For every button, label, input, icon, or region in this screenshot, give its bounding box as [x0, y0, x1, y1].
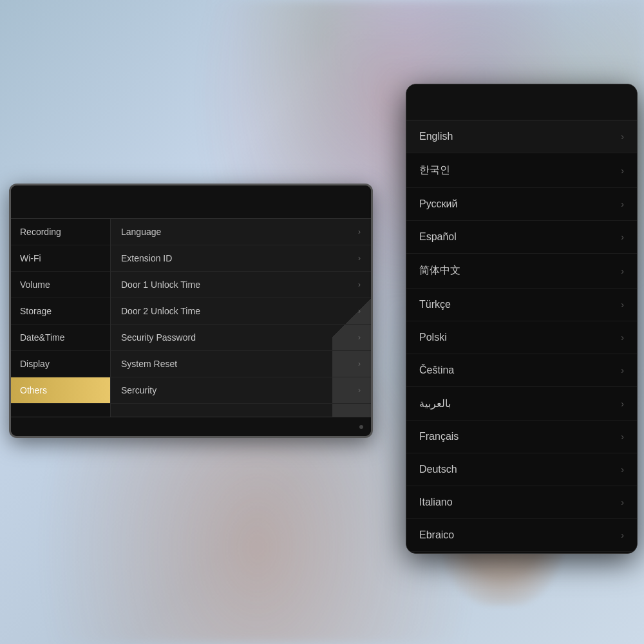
language-item-chinese[interactable]: 简体中文› — [406, 254, 637, 289]
menu-item-label-extension-id: Extension ID — [121, 253, 172, 263]
menu-item-label-sercurity: Sercurity — [121, 385, 156, 395]
chevron-icon: › — [621, 166, 624, 176]
language-label-german: Deutsch — [419, 464, 457, 475]
menu-item-label-door1-unlock: Door 1 Unlock Time — [121, 279, 200, 290]
phone-language-list: English›한국인›Русский›Español›简体中文›Türkçe›… — [406, 120, 637, 553]
sidebar-item-recording[interactable]: Recording — [11, 219, 110, 245]
chevron-icon: › — [621, 464, 624, 475]
device-header — [11, 185, 371, 219]
language-item-korean[interactable]: 한국인› — [406, 153, 637, 188]
language-label-turkish: Türkçe — [419, 299, 451, 310]
menu-item-label-door2-unlock: Door 2 Unlock Time — [121, 306, 200, 316]
chevron-icon: › — [621, 530, 624, 540]
language-item-italian[interactable]: Italiano› — [406, 486, 637, 519]
menu-item-label-system-reset: System Reset — [121, 359, 177, 369]
menu-item-language[interactable]: Language› — [111, 219, 371, 245]
chevron-icon: › — [621, 299, 624, 310]
chevron-icon: › — [621, 199, 624, 209]
chevron-icon: › — [621, 232, 624, 242]
chevron-icon: › — [358, 254, 361, 263]
chevron-icon: › — [358, 359, 361, 368]
sidebar-item-volume[interactable]: Volume — [11, 272, 110, 298]
language-item-czech[interactable]: Čeština› — [406, 354, 637, 387]
language-label-arabic: بالعربية — [419, 397, 451, 410]
language-label-spanish: Español — [419, 231, 457, 243]
language-label-french: Français — [419, 431, 459, 442]
phone-panel: English›한국인›Русский›Español›简体中文›Türkçe›… — [406, 84, 638, 554]
menu-item-label-language: Language — [121, 227, 161, 237]
language-item-arabic[interactable]: بالعربية› — [406, 387, 637, 421]
chevron-icon: › — [358, 280, 361, 289]
menu-item-security-password[interactable]: Security Password› — [111, 325, 371, 351]
language-label-italian: Italiano — [419, 497, 453, 508]
language-item-spanish[interactable]: Español› — [406, 221, 637, 254]
footer-dot — [359, 425, 363, 429]
phone-header — [406, 84, 637, 120]
language-item-russian[interactable]: Русский› — [406, 188, 637, 221]
language-item-polish[interactable]: Polski› — [406, 321, 637, 354]
chevron-icon: › — [358, 307, 361, 316]
language-item-hebrew[interactable]: Ebraico› — [406, 519, 637, 552]
menu-item-label-security-password: Security Password — [121, 332, 196, 343]
language-label-korean: 한국인 — [419, 164, 450, 177]
chevron-icon: › — [358, 333, 361, 342]
device-footer — [11, 417, 371, 436]
chevron-icon: › — [358, 227, 361, 236]
language-label-english: English — [419, 131, 453, 142]
language-label-chinese: 简体中文 — [419, 264, 460, 278]
language-item-turkish[interactable]: Türkçe› — [406, 289, 637, 321]
menu-item-door1-unlock[interactable]: Door 1 Unlock Time› — [111, 272, 371, 298]
language-item-german[interactable]: Deutsch› — [406, 453, 637, 486]
device-content: RecordingWi-FiVolumeStorageDate&TimeDisp… — [11, 219, 371, 417]
chevron-icon: › — [621, 332, 624, 343]
chevron-icon: › — [358, 386, 361, 395]
sidebar-item-datetime[interactable]: Date&Time — [11, 325, 110, 351]
menu-item-door2-unlock[interactable]: Door 2 Unlock Time› — [111, 298, 371, 325]
language-label-polish: Polski — [419, 332, 447, 343]
language-label-hebrew: Ebraico — [419, 529, 454, 541]
menu-item-system-reset[interactable]: System Reset› — [111, 351, 371, 377]
language-label-russian: Русский — [419, 198, 457, 210]
chevron-icon: › — [621, 431, 624, 442]
language-label-czech: Čeština — [419, 365, 454, 376]
menu-item-extension-id[interactable]: Extension ID› — [111, 245, 371, 272]
chevron-icon: › — [621, 399, 624, 409]
menu-item-sercurity[interactable]: Sercurity› — [111, 377, 371, 404]
device-menu-list: Language›Extension ID›Door 1 Unlock Time… — [111, 219, 371, 417]
chevron-icon: › — [621, 497, 624, 507]
chevron-icon: › — [621, 131, 624, 142]
device-sidebar: RecordingWi-FiVolumeStorageDate&TimeDisp… — [11, 219, 111, 417]
device-panel: RecordingWi-FiVolumeStorageDate&TimeDisp… — [9, 184, 373, 438]
sidebar-item-display[interactable]: Display — [11, 351, 110, 377]
language-item-french[interactable]: Français› — [406, 421, 637, 453]
sidebar-item-wifi[interactable]: Wi-Fi — [11, 245, 110, 272]
language-item-portuguese[interactable]: Português› — [406, 552, 637, 553]
language-item-english[interactable]: English› — [406, 120, 637, 153]
sidebar-item-others[interactable]: Others — [11, 377, 110, 404]
chevron-icon: › — [621, 365, 624, 375]
sidebar-item-storage[interactable]: Storage — [11, 298, 110, 325]
chevron-icon: › — [621, 266, 624, 276]
